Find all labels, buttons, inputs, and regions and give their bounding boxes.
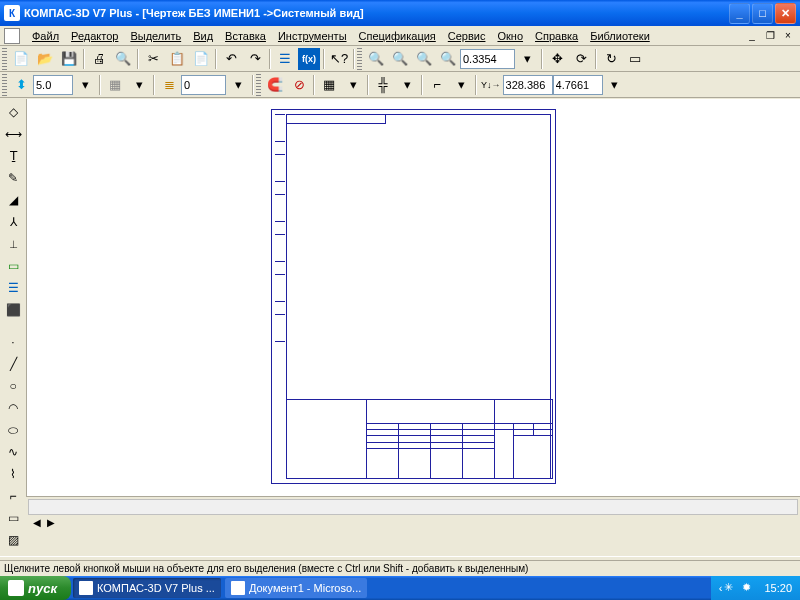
help-cursor-button[interactable]: ↖? <box>328 48 350 70</box>
grid-button[interactable]: ▦ <box>318 74 340 96</box>
tray-icon[interactable]: ✳ <box>724 581 738 595</box>
refresh-button[interactable]: ↻ <box>600 48 622 70</box>
dropdown-icon[interactable]: ▾ <box>516 48 538 70</box>
edit-tool[interactable]: ◢ <box>2 190 24 210</box>
nav-next-icon[interactable]: ▶ <box>44 517 58 528</box>
line-tool[interactable]: ╱ <box>2 354 24 374</box>
dropdown-icon[interactable]: ▾ <box>396 74 418 96</box>
menu-tools[interactable]: Инструменты <box>272 28 353 44</box>
dropdown-icon[interactable]: ▾ <box>604 74 626 96</box>
ellipse-tool[interactable]: ⬭ <box>2 420 24 440</box>
geometry-tool[interactable]: ◇ <box>2 102 24 122</box>
line-style-button[interactable]: ⬍ <box>10 74 32 96</box>
text-tool[interactable]: Ṯ <box>2 146 24 166</box>
zoom-fit-button[interactable]: 🔍 <box>437 48 459 70</box>
mdi-restore-button[interactable]: ❐ <box>762 29 778 43</box>
symbol-tool[interactable]: ✎ <box>2 168 24 188</box>
system-tray[interactable]: ‹ ✳ ✹ 15:20 <box>711 576 800 600</box>
zoom-in-button[interactable]: 🔍 <box>365 48 387 70</box>
toolbar-grip[interactable] <box>2 48 7 70</box>
menu-insert[interactable]: Вставка <box>219 28 272 44</box>
menu-help[interactable]: Справка <box>529 28 584 44</box>
minimize-button[interactable]: _ <box>729 3 750 24</box>
menu-view[interactable]: Вид <box>187 28 219 44</box>
window-list-button[interactable]: ▭ <box>624 48 646 70</box>
taskbar-item-word[interactable]: Документ1 - Microso... <box>225 578 367 598</box>
undo-button[interactable]: ↶ <box>220 48 242 70</box>
dropdown-icon[interactable]: ▾ <box>450 74 472 96</box>
menu-bar: Файл Редактор Выделить Вид Вставка Инстр… <box>0 26 800 46</box>
start-button[interactable]: пуск <box>0 576 71 600</box>
coord-y-input[interactable] <box>553 75 603 95</box>
print-button[interactable]: 🖨 <box>88 48 110 70</box>
snap-enable-button[interactable]: 🧲 <box>264 74 286 96</box>
properties-button[interactable]: ☰ <box>274 48 296 70</box>
new-button[interactable]: 📄 <box>10 48 32 70</box>
line-weight-input[interactable] <box>33 75 73 95</box>
toolbar-grip[interactable] <box>357 48 362 70</box>
app-icon <box>231 581 245 595</box>
tray-icon[interactable]: ✹ <box>742 581 756 595</box>
open-button[interactable]: 📂 <box>34 48 56 70</box>
spec-tool[interactable]: ☰ <box>2 278 24 298</box>
state-toolbar: ⬍ ▾ ▦ ▾ ≣ ▾ 🧲 ⊘ ▦ ▾ ╬ ▾ ⌐ ▾ Y↓→ ▾ <box>0 72 800 98</box>
app-logo-icon <box>4 28 20 44</box>
rect-tool[interactable]: ▭ <box>2 508 24 528</box>
menu-editor[interactable]: Редактор <box>65 28 124 44</box>
toolbar-grip[interactable] <box>256 74 261 96</box>
dimension-tool[interactable]: ⟷ <box>2 124 24 144</box>
spline-tool[interactable]: ∿ <box>2 442 24 462</box>
snap-disable-button[interactable]: ⊘ <box>288 74 310 96</box>
dropdown-icon[interactable]: ▾ <box>227 74 249 96</box>
zoom-out-button[interactable]: 🔍 <box>389 48 411 70</box>
preview-button[interactable]: 🔍 <box>112 48 134 70</box>
menu-spec[interactable]: Спецификация <box>353 28 442 44</box>
mdi-minimize-button[interactable]: _ <box>744 29 760 43</box>
toolbar-grip[interactable] <box>2 74 7 96</box>
rotate-button[interactable]: ⟳ <box>570 48 592 70</box>
zoom-input[interactable] <box>460 49 515 69</box>
hatch-tool[interactable]: ▨ <box>2 530 24 550</box>
chamfer-tool[interactable]: ⌐ <box>2 486 24 506</box>
copy-button[interactable]: 📋 <box>166 48 188 70</box>
dropdown-icon[interactable]: ▾ <box>74 74 96 96</box>
menu-service[interactable]: Сервис <box>442 28 492 44</box>
dropdown-icon[interactable]: ▾ <box>128 74 150 96</box>
variables-button[interactable]: f(x) <box>298 48 320 70</box>
local-cs-button[interactable]: ⌐ <box>426 74 448 96</box>
menu-select[interactable]: Выделить <box>124 28 187 44</box>
tray-arrow-icon[interactable]: ‹ <box>719 582 723 594</box>
arc-tool[interactable]: ◠ <box>2 398 24 418</box>
maximize-button[interactable]: □ <box>752 3 773 24</box>
horizontal-scrollbar[interactable] <box>28 499 798 515</box>
circle-tool[interactable]: ○ <box>2 376 24 396</box>
polyline-tool[interactable]: ⌇ <box>2 464 24 484</box>
coord-x-input[interactable] <box>503 75 553 95</box>
nav-first-icon[interactable]: ◀ <box>30 517 44 528</box>
layer-input[interactable] <box>181 75 226 95</box>
save-button[interactable]: 💾 <box>58 48 80 70</box>
paste-button[interactable]: 📄 <box>190 48 212 70</box>
menu-window[interactable]: Окно <box>491 28 529 44</box>
close-button[interactable]: ✕ <box>775 3 796 24</box>
cut-button[interactable]: ✂ <box>142 48 164 70</box>
mdi-close-button[interactable]: × <box>780 29 796 43</box>
color-button[interactable]: ▦ <box>104 74 126 96</box>
point-tool[interactable]: · <box>2 332 24 352</box>
scroll-panel: ◀ ▶ <box>26 496 800 523</box>
zoom-window-button[interactable]: 🔍 <box>413 48 435 70</box>
clock[interactable]: 15:20 <box>764 582 792 594</box>
menu-libraries[interactable]: Библиотеки <box>584 28 656 44</box>
menu-file[interactable]: Файл <box>26 28 65 44</box>
param-tool[interactable]: ⅄ <box>2 212 24 232</box>
drawing-canvas[interactable] <box>26 99 800 496</box>
redo-button[interactable]: ↷ <box>244 48 266 70</box>
ortho-button[interactable]: ╬ <box>372 74 394 96</box>
layers-button[interactable]: ≣ <box>158 74 180 96</box>
measure-tool[interactable]: ⟂ <box>2 234 24 254</box>
pan-button[interactable]: ✥ <box>546 48 568 70</box>
stop-tool[interactable]: ⬛ <box>2 300 24 320</box>
taskbar-item-kompas[interactable]: КОМПАС-3D V7 Plus ... <box>73 578 221 598</box>
dropdown-icon[interactable]: ▾ <box>342 74 364 96</box>
select-tool[interactable]: ▭ <box>2 256 24 276</box>
